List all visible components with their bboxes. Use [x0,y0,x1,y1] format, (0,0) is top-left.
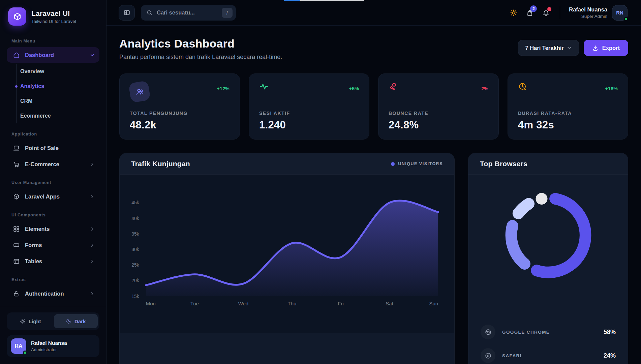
stat-label: DURASI RATA-RATA [518,111,618,116]
card-title: Trafik Kunjungan [131,160,190,168]
brand-text: Laravael UI Tailwind UI for Laravel [31,9,76,24]
nav-section-label: Extras [11,277,95,282]
sidebar-item-point-of-sale[interactable]: Point of Sale [7,140,99,156]
x-axis-label: Wed [238,301,248,306]
browser-name: SAFARI [502,353,522,358]
sidebar-item-forms[interactable]: Forms [7,237,99,253]
chevron-right-icon [90,194,95,199]
sidebar: Laravael UI Tailwind UI for Laravel Main… [0,0,106,364]
sidebar-nav: Main MenuDashboardOverviewAnalyticsCRMEc… [0,30,106,307]
page-subtitle: Pantau performa sistem dan trafik Larava… [119,54,282,61]
chevron-right-icon [90,291,95,296]
cart-button[interactable]: 2 [525,8,535,18]
nav-section-label: UI Components [11,213,95,217]
home-icon [13,52,20,59]
x-axis-label: Mon [146,301,156,306]
sidebar-item-authentication[interactable]: Authentication [7,286,99,301]
stat-label: TOTAL PENGUNJUNG [130,111,230,116]
sidebar-subitem-label: CRM [20,98,32,104]
sidebar-item-elements[interactable]: Elements [7,221,99,237]
search-icon [146,9,153,16]
sidebar-subitem-overview[interactable]: Overview [17,64,99,79]
export-button[interactable]: Export [584,40,628,56]
pulse-icon [259,82,269,91]
topbar-user[interactable]: Rafael Nuansa Super Admin RN [569,5,628,21]
y-axis-tick: 35k [131,231,139,237]
users-icon [128,81,151,103]
avatar-initials: RN [616,10,623,16]
user-name: Rafael Nuansa [31,340,67,346]
sidebar-collapse-button[interactable] [119,5,135,21]
sidebar-item-label: Laravel Apps [25,193,60,200]
x-axis-label: Sun [429,301,438,306]
search-bar: / [141,5,236,21]
bubbles-icon [389,82,398,91]
avatar: RN [612,5,628,21]
browser-share: 58% [604,329,616,336]
cart-badge: 2 [530,5,537,12]
moon-icon [66,318,71,324]
safari-icon [485,352,492,359]
sidebar-subitem-crm[interactable]: CRM [17,94,99,109]
chevron-right-icon [90,259,95,264]
sidebar-subitem-label: Analytics [20,83,44,89]
chevron-right-icon [90,162,95,167]
online-status-dot [624,17,628,21]
stat-card-total-pengunjung: +12% TOTAL PENGUNJUNG 48.2k [119,73,240,140]
sidebar-item-dashboard[interactable]: Dashboard [7,47,99,63]
sidebar-subitem-label: Overview [20,68,44,74]
sidebar-item-label: Tables [25,258,42,265]
stat-value: 4m 32s [518,119,618,131]
donut-chart [468,188,628,282]
area-chart-svg: 15k20k25k30k35k40k45kMonTueWedThuFriSatS… [120,175,454,333]
chrome-icon [485,329,492,336]
monitor-icon [13,145,20,152]
pulse-icon [259,82,269,91]
chevron-right-icon [90,291,95,296]
browser-name: GOOGLE CHROME [502,330,550,335]
progress-bar-filled [284,0,300,1]
sidebar-item-laravel-apps[interactable]: Laravel Apps [7,189,99,204]
sidebar-user-card[interactable]: RA Rafael Nuansa Administrator [7,335,99,357]
laravel-logo-icon [8,7,26,26]
page-load-progress-bar [284,0,364,1]
card-title: Top Browsers [480,160,527,168]
cart-icon [13,161,20,168]
progress-bar-track [300,0,364,1]
page-content: Analytics Dashboard Pantau performa sist… [106,26,641,364]
sidebar-item-e-commerce[interactable]: E-Commerce [7,156,99,172]
x-axis-label: Fri [338,301,343,306]
user-name: Rafael Nuansa [569,6,607,13]
theme-toggle: Light Dark [7,312,99,330]
table-icon [13,258,20,265]
area-fill [146,201,438,296]
notifications-button[interactable] [541,8,551,18]
sidebar-user-text: Rafael Nuansa Administrator [31,340,67,352]
lock-icon [13,290,20,297]
notification-dot [547,7,551,11]
dark-mode-button[interactable]: Dark [54,314,98,328]
light-mode-button[interactable]: Light [8,314,53,328]
sidebar-item-pages[interactable]: Pages [7,302,99,307]
user-role: Administrator [31,347,67,352]
trend-badge: +5% [349,86,359,91]
chevron-right-icon [90,259,95,264]
safari-icon [481,348,495,363]
search-input[interactable] [157,9,218,16]
sidebar-subitem-ecommerce[interactable]: Ecommerce [17,109,99,123]
page-header-text: Analytics Dashboard Pantau performa sist… [119,37,282,61]
stat-card-top: +18% [518,82,618,91]
sidebar-item-label: Dashboard [25,52,54,58]
sidebar-item-tables[interactable]: Tables [7,253,99,269]
theme-sun-button[interactable] [509,8,519,18]
stat-card-durasi-rata-rata: +18% DURASI RATA-RATA 4m 32s [508,73,628,140]
stats-row: +12% TOTAL PENGUNJUNG 48.2k +5% SESI AKT… [119,73,628,140]
nav-section-label: Application [11,132,95,136]
sidebar-subitem-analytics[interactable]: Analytics [17,79,99,94]
chevron-right-icon [90,226,95,232]
brand-name: Laravael UI [31,9,76,18]
grid-icon [13,225,20,233]
sidebar-footer: Light Dark RA Rafael Nuansa Administrato… [0,307,106,364]
date-range-dropdown[interactable]: 7 Hari Terakhir [518,40,579,56]
chevron-right-icon [90,243,95,248]
